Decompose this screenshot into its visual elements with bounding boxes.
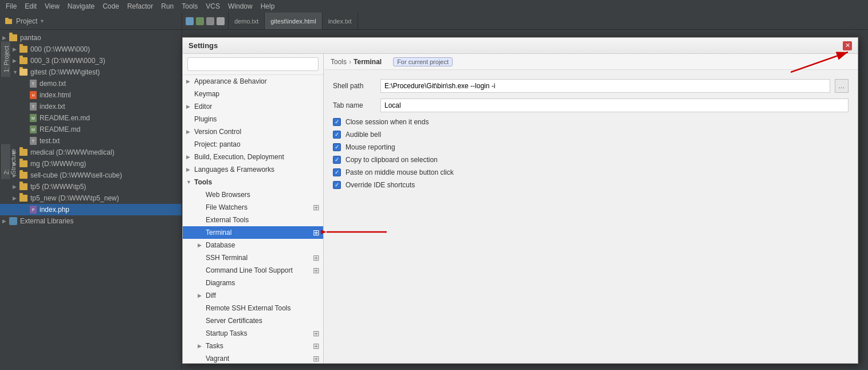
tree-item-readme[interactable]: M README.md xyxy=(0,124,182,135)
project-label: Project xyxy=(16,17,37,25)
checkbox-paste-middle-label: Paste on middle mouse button click xyxy=(345,168,454,176)
nav-languages[interactable]: ▶ Languages & Frameworks xyxy=(183,163,323,176)
checkbox-copy-clipboard: ✓ Copy to clipboard on selection xyxy=(333,156,849,164)
nav-command-line-tool-support[interactable]: Command Line Tool Support ⊞ xyxy=(183,264,323,277)
nav-database[interactable]: ▶ Database xyxy=(183,239,323,251)
terminal-badge-icon: ⊞ xyxy=(313,228,320,237)
nav-plugins[interactable]: Plugins xyxy=(183,113,323,125)
tree-item-readme-en[interactable]: M README.en.md xyxy=(0,112,182,124)
tree-item-demo-txt[interactable]: T demo.txt xyxy=(0,78,182,89)
nav-appearance-behavior[interactable]: ▶ Appearance & Behavior xyxy=(183,75,323,88)
checkbox-audible-bell-box[interactable]: ✓ xyxy=(333,131,341,139)
nav-keymap[interactable]: Keymap xyxy=(183,88,323,100)
tab-demo-txt[interactable]: demo.txt xyxy=(229,13,265,29)
nav-terminal[interactable]: Terminal ⊞ xyxy=(183,226,323,239)
tab-index-txt[interactable]: index.txt xyxy=(323,13,358,29)
tree-item-test-txt[interactable]: T test.txt xyxy=(0,135,182,147)
nav-editor[interactable]: ▶ Editor xyxy=(183,100,323,113)
checkbox-paste-middle: ✓ Paste on middle mouse button click xyxy=(333,168,849,176)
svg-rect-1 xyxy=(5,18,9,19)
dialog-close-button[interactable]: ✕ xyxy=(843,41,852,50)
nav-diff[interactable]: ▶ Diff xyxy=(183,289,323,302)
nav-diagrams[interactable]: Diagrams xyxy=(183,277,323,289)
menu-edit[interactable]: Edit xyxy=(21,1,40,11)
side-tab-project[interactable]: 1: Project xyxy=(0,41,10,77)
project-dropdown-arrow[interactable]: ▾ xyxy=(41,18,44,24)
checkbox-audible-bell-label: Audible bell xyxy=(345,131,381,139)
nav-web-browsers[interactable]: Web Browsers xyxy=(183,188,323,201)
checkbox-paste-middle-box[interactable]: ✓ xyxy=(333,168,341,176)
menu-navigate[interactable]: Navigate xyxy=(64,1,98,11)
tree-item-index-txt[interactable]: T index.txt xyxy=(0,101,182,112)
tree-item-gitest[interactable]: ▼ gitest (D:\WWW\gitest) xyxy=(0,66,182,78)
svg-rect-0 xyxy=(5,19,12,24)
tab-name-input[interactable] xyxy=(380,99,849,112)
menu-refactor[interactable]: Refactor xyxy=(124,1,156,11)
toolbar-icon-1[interactable] xyxy=(186,17,194,25)
tree-item-pantao[interactable]: ▶ pantao xyxy=(0,32,182,44)
tree-item-index-html[interactable]: H index.html xyxy=(0,89,182,101)
menu-tools[interactable]: Tools xyxy=(178,1,201,11)
dialog-title: Settings xyxy=(188,41,218,50)
checkbox-copy-clipboard-box[interactable]: ✓ xyxy=(333,156,341,164)
tab-name-row: Tab name xyxy=(333,99,849,112)
editor-tab-bar: demo.txt gitest\index.html index.txt xyxy=(182,13,868,30)
nav-ssh-terminal[interactable]: SSH Terminal ⊞ xyxy=(183,251,323,264)
menu-run[interactable]: Run xyxy=(158,1,177,11)
menu-file[interactable]: File xyxy=(2,1,20,11)
side-tab-structure[interactable]: 2: Structure xyxy=(0,144,10,179)
checkbox-mouse-reporting-box[interactable]: ✓ xyxy=(333,143,341,151)
tree-item-medical[interactable]: ▶ medical (D:\WWW\medical) xyxy=(0,147,182,158)
breadcrumb-terminal: Terminal xyxy=(354,58,382,66)
settings-search-container xyxy=(183,54,323,75)
toolbar-icon-2[interactable] xyxy=(196,17,204,25)
checkbox-copy-clipboard-label: Copy to clipboard on selection xyxy=(345,156,438,164)
ide-background: File Edit View Navigate Code Refactor Ru… xyxy=(0,0,868,370)
shell-path-label: Shell path xyxy=(333,82,376,90)
nav-vagrant[interactable]: Vagrant ⊞ xyxy=(183,352,323,363)
nav-remote-ssh-external-tools[interactable]: Remote SSH External Tools xyxy=(183,302,323,314)
breadcrumb-separator: › xyxy=(349,58,351,66)
settings-search-input[interactable] xyxy=(187,57,319,71)
toolbar-icon-4[interactable] xyxy=(217,17,225,25)
checkbox-mouse-reporting: ✓ Mouse reporting xyxy=(333,143,849,151)
menu-window[interactable]: Window xyxy=(225,1,256,11)
file-watchers-badge-icon: ⊞ xyxy=(313,203,320,212)
dialog-body: ▶ Appearance & Behavior Keymap ▶ Editor xyxy=(183,54,858,363)
tab-gitest-index-html[interactable]: gitest\index.html xyxy=(265,13,322,29)
nav-version-control[interactable]: ▶ Version Control xyxy=(183,125,323,138)
menu-code[interactable]: Code xyxy=(99,1,123,11)
tree-item-index-php[interactable]: P index.php xyxy=(0,204,182,215)
tree-item-tp5[interactable]: ▶ tp5 (D:\WWW\tp5) xyxy=(0,181,182,192)
tree-item-000-3[interactable]: ▶ 000_3 (D:\WWW\000_3) xyxy=(0,55,182,66)
nav-file-watchers[interactable]: File Watchers ⊞ xyxy=(183,201,323,214)
tree-item-sell-cube[interactable]: ▶ sell-cube (D:\WWW\sell-cube) xyxy=(0,170,182,181)
tree-item-000[interactable]: ▶ 000 (D:\WWW\000) xyxy=(0,44,182,55)
tree-item-external-libraries[interactable]: ▶ External Libraries xyxy=(0,215,182,227)
menu-vcs[interactable]: VCS xyxy=(202,1,223,11)
shell-path-row: Shell path … xyxy=(333,79,849,93)
nav-build-execution[interactable]: ▶ Build, Execution, Deployment xyxy=(183,151,323,163)
tree-item-mg[interactable]: ▶ mg (D:\WWW\mg) xyxy=(0,158,182,170)
nav-server-certificates[interactable]: Server Certificates xyxy=(183,314,323,327)
shell-path-browse-button[interactable]: … xyxy=(835,79,849,93)
menu-bar: File Edit View Navigate Code Refactor Ru… xyxy=(0,0,868,13)
tree-item-tp5-new[interactable]: ▶ tp5_new (D:\WWW\tp5_new) xyxy=(0,192,182,204)
checkbox-override-ide-box[interactable]: ✓ xyxy=(333,181,341,189)
menu-view[interactable]: View xyxy=(41,1,63,11)
checkbox-close-session-box[interactable]: ✓ xyxy=(333,118,341,126)
project-icon xyxy=(5,17,13,25)
nav-tasks[interactable]: ▶ Tasks ⊞ xyxy=(183,340,323,352)
shell-path-input[interactable] xyxy=(380,79,830,93)
toolbar-icon-3[interactable] xyxy=(206,17,214,25)
breadcrumb-tools: Tools xyxy=(331,58,347,66)
checkbox-close-session: ✓ Close session when it ends xyxy=(333,118,849,126)
menu-help[interactable]: Help xyxy=(257,1,278,11)
nav-startup-tasks[interactable]: Startup Tasks ⊞ xyxy=(183,327,323,340)
nav-tools[interactable]: ▼ Tools xyxy=(183,176,323,188)
ssh-terminal-badge: ⊞ xyxy=(313,253,320,262)
settings-right-panel: Tools › Terminal For current project She… xyxy=(324,54,858,363)
project-panel: ▶ pantao ▶ 000 (D:\WWW\000) ▶ 000_3 (D:\… xyxy=(0,30,182,370)
nav-project-pantao[interactable]: Project: pantao xyxy=(183,138,323,151)
nav-external-tools[interactable]: External Tools xyxy=(183,214,323,226)
